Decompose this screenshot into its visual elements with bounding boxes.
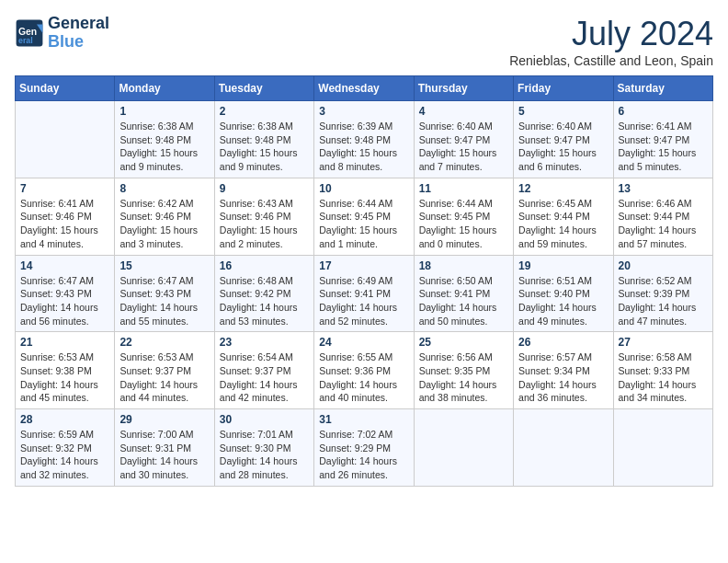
calendar-day-cell: 17Sunrise: 6:49 AMSunset: 9:41 PMDayligh… — [314, 255, 414, 332]
calendar-day-cell: 30Sunrise: 7:01 AMSunset: 9:30 PMDayligh… — [214, 409, 313, 487]
calendar-day-cell: 9Sunrise: 6:43 AMSunset: 9:46 PMDaylight… — [214, 178, 313, 255]
svg-text:Gen: Gen — [18, 26, 37, 36]
header-row: SundayMondayTuesdayWednesdayThursdayFrid… — [16, 76, 713, 101]
calendar-day-cell: 21Sunrise: 6:53 AMSunset: 9:38 PMDayligh… — [16, 332, 115, 409]
day-number: 1 — [119, 105, 209, 118]
day-number: 28 — [20, 413, 109, 426]
calendar-day-cell — [613, 409, 712, 487]
day-info: Sunrise: 6:45 AMSunset: 9:44 PMDaylight:… — [518, 197, 608, 251]
day-number: 17 — [319, 259, 408, 272]
day-number: 2 — [220, 105, 309, 118]
day-number: 25 — [419, 336, 508, 349]
day-number: 15 — [119, 259, 209, 272]
day-number: 21 — [20, 336, 109, 349]
day-number: 5 — [518, 105, 608, 118]
day-info: Sunrise: 6:43 AMSunset: 9:46 PMDaylight:… — [220, 197, 309, 251]
day-of-week-header: Wednesday — [314, 76, 414, 101]
calendar-day-cell: 14Sunrise: 6:47 AMSunset: 9:43 PMDayligh… — [16, 255, 115, 332]
day-number: 27 — [619, 336, 708, 349]
calendar-day-cell: 28Sunrise: 6:59 AMSunset: 9:32 PMDayligh… — [16, 409, 115, 487]
calendar-day-cell: 31Sunrise: 7:02 AMSunset: 9:29 PMDayligh… — [314, 409, 414, 487]
day-number: 8 — [119, 182, 209, 195]
day-info: Sunrise: 6:41 AMSunset: 9:47 PMDaylight:… — [619, 120, 708, 174]
location: Renieblas, Castille and Leon, Spain — [509, 53, 713, 68]
logo: Gen eral GeneralBlue — [15, 15, 109, 52]
calendar-day-cell: 25Sunrise: 6:56 AMSunset: 9:35 PMDayligh… — [414, 332, 513, 409]
calendar-day-cell: 23Sunrise: 6:54 AMSunset: 9:37 PMDayligh… — [214, 332, 313, 409]
calendar-day-cell: 8Sunrise: 6:42 AMSunset: 9:46 PMDaylight… — [115, 178, 214, 255]
logo-icon: Gen eral — [15, 18, 44, 48]
day-number: 19 — [518, 259, 608, 272]
calendar-week-row: 1Sunrise: 6:38 AMSunset: 9:48 PMDaylight… — [16, 101, 713, 178]
page-header: Gen eral GeneralBlue July 2024 Renieblas… — [15, 15, 713, 68]
day-info: Sunrise: 6:59 AMSunset: 9:32 PMDaylight:… — [20, 428, 109, 482]
calendar-day-cell: 18Sunrise: 6:50 AMSunset: 9:41 PMDayligh… — [414, 255, 513, 332]
calendar-day-cell — [16, 101, 115, 178]
calendar-day-cell: 13Sunrise: 6:46 AMSunset: 9:44 PMDayligh… — [613, 178, 712, 255]
day-number: 11 — [419, 182, 508, 195]
day-info: Sunrise: 6:51 AMSunset: 9:40 PMDaylight:… — [518, 274, 608, 328]
day-info: Sunrise: 6:54 AMSunset: 9:37 PMDaylight:… — [220, 350, 309, 405]
calendar-header: SundayMondayTuesdayWednesdayThursdayFrid… — [16, 76, 713, 101]
calendar-week-row: 7Sunrise: 6:41 AMSunset: 9:46 PMDaylight… — [16, 178, 713, 255]
calendar-day-cell: 29Sunrise: 7:00 AMSunset: 9:31 PMDayligh… — [115, 409, 214, 487]
day-info: Sunrise: 6:46 AMSunset: 9:44 PMDaylight:… — [619, 197, 708, 251]
day-info: Sunrise: 6:53 AMSunset: 9:38 PMDaylight:… — [20, 350, 109, 405]
day-info: Sunrise: 6:40 AMSunset: 9:47 PMDaylight:… — [419, 120, 508, 174]
calendar-week-row: 14Sunrise: 6:47 AMSunset: 9:43 PMDayligh… — [16, 255, 713, 332]
day-info: Sunrise: 6:56 AMSunset: 9:35 PMDaylight:… — [419, 350, 508, 405]
svg-text:eral: eral — [18, 36, 33, 45]
day-info: Sunrise: 6:48 AMSunset: 9:42 PMDaylight:… — [220, 274, 309, 328]
day-info: Sunrise: 6:41 AMSunset: 9:46 PMDaylight:… — [20, 197, 109, 251]
title-block: July 2024 Renieblas, Castille and Leon, … — [509, 15, 713, 68]
day-info: Sunrise: 6:44 AMSunset: 9:45 PMDaylight:… — [319, 197, 408, 251]
calendar-week-row: 28Sunrise: 6:59 AMSunset: 9:32 PMDayligh… — [16, 409, 713, 487]
day-info: Sunrise: 7:02 AMSunset: 9:29 PMDaylight:… — [319, 428, 408, 482]
day-number: 16 — [220, 259, 309, 272]
day-of-week-header: Monday — [115, 76, 214, 101]
day-number: 20 — [619, 259, 708, 272]
calendar-day-cell: 19Sunrise: 6:51 AMSunset: 9:40 PMDayligh… — [514, 255, 613, 332]
calendar-day-cell: 7Sunrise: 6:41 AMSunset: 9:46 PMDaylight… — [16, 178, 115, 255]
day-info: Sunrise: 6:44 AMSunset: 9:45 PMDaylight:… — [419, 197, 508, 251]
calendar-day-cell: 16Sunrise: 6:48 AMSunset: 9:42 PMDayligh… — [214, 255, 313, 332]
logo-text: GeneralBlue — [48, 15, 109, 52]
day-info: Sunrise: 7:01 AMSunset: 9:30 PMDaylight:… — [220, 428, 309, 482]
calendar-day-cell: 15Sunrise: 6:47 AMSunset: 9:43 PMDayligh… — [115, 255, 214, 332]
day-info: Sunrise: 6:52 AMSunset: 9:39 PMDaylight:… — [619, 274, 708, 328]
calendar-day-cell: 3Sunrise: 6:39 AMSunset: 9:48 PMDaylight… — [314, 101, 414, 178]
day-info: Sunrise: 6:53 AMSunset: 9:37 PMDaylight:… — [119, 350, 209, 405]
calendar-day-cell: 2Sunrise: 6:38 AMSunset: 9:48 PMDaylight… — [214, 101, 313, 178]
day-number: 7 — [20, 182, 109, 195]
calendar-table: SundayMondayTuesdayWednesdayThursdayFrid… — [15, 75, 713, 487]
calendar-day-cell: 6Sunrise: 6:41 AMSunset: 9:47 PMDaylight… — [613, 101, 712, 178]
calendar-day-cell — [414, 409, 513, 487]
day-number: 18 — [419, 259, 508, 272]
calendar-day-cell: 12Sunrise: 6:45 AMSunset: 9:44 PMDayligh… — [514, 178, 613, 255]
day-number: 14 — [20, 259, 109, 272]
day-number: 26 — [518, 336, 608, 349]
day-number: 22 — [119, 336, 209, 349]
day-info: Sunrise: 6:49 AMSunset: 9:41 PMDaylight:… — [319, 274, 408, 328]
day-of-week-header: Thursday — [414, 76, 513, 101]
calendar-day-cell: 1Sunrise: 6:38 AMSunset: 9:48 PMDaylight… — [115, 101, 214, 178]
calendar-day-cell: 26Sunrise: 6:57 AMSunset: 9:34 PMDayligh… — [514, 332, 613, 409]
day-info: Sunrise: 6:38 AMSunset: 9:48 PMDaylight:… — [119, 120, 209, 174]
day-number: 3 — [319, 105, 408, 118]
day-number: 9 — [220, 182, 309, 195]
calendar-day-cell: 20Sunrise: 6:52 AMSunset: 9:39 PMDayligh… — [613, 255, 712, 332]
day-info: Sunrise: 6:57 AMSunset: 9:34 PMDaylight:… — [518, 350, 608, 405]
day-info: Sunrise: 6:42 AMSunset: 9:46 PMDaylight:… — [119, 197, 209, 251]
day-number: 12 — [518, 182, 608, 195]
day-number: 6 — [619, 105, 708, 118]
calendar-day-cell: 11Sunrise: 6:44 AMSunset: 9:45 PMDayligh… — [414, 178, 513, 255]
day-number: 29 — [119, 413, 209, 426]
day-number: 31 — [319, 413, 408, 426]
day-number: 30 — [220, 413, 309, 426]
day-number: 24 — [319, 336, 408, 349]
calendar-day-cell: 4Sunrise: 6:40 AMSunset: 9:47 PMDaylight… — [414, 101, 513, 178]
calendar-day-cell: 27Sunrise: 6:58 AMSunset: 9:33 PMDayligh… — [613, 332, 712, 409]
month-title: July 2024 — [509, 15, 713, 53]
day-number: 10 — [319, 182, 408, 195]
day-info: Sunrise: 6:38 AMSunset: 9:48 PMDaylight:… — [220, 120, 309, 174]
